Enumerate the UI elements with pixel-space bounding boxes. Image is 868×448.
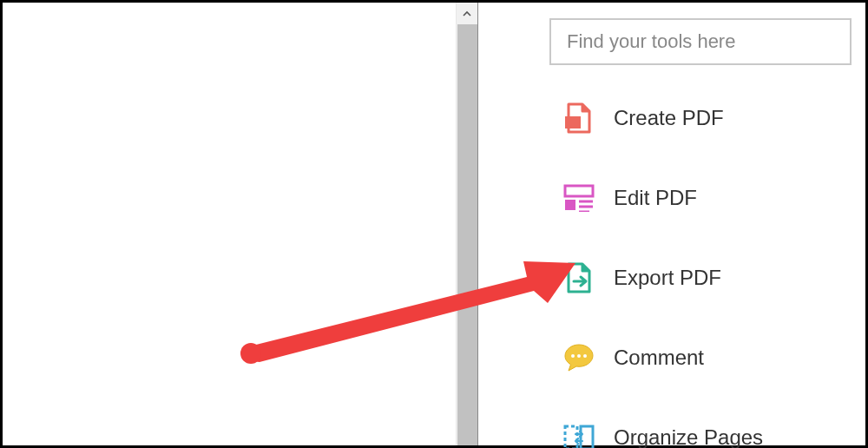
svg-rect-1 <box>565 186 593 196</box>
search-input[interactable] <box>549 18 852 65</box>
chevron-up-icon <box>463 10 471 18</box>
tools-panel: Create PDF Edit PDF <box>478 3 865 445</box>
tool-item-export-pdf[interactable]: Export PDF <box>563 255 846 300</box>
tool-item-comment[interactable]: Comment <box>563 335 846 380</box>
document-content-area <box>3 3 456 445</box>
scrollbar-up-button[interactable] <box>457 3 477 24</box>
svg-rect-0 <box>565 116 581 128</box>
create-pdf-icon <box>563 102 595 134</box>
svg-rect-2 <box>565 200 575 210</box>
tool-item-edit-pdf[interactable]: Edit PDF <box>563 175 846 221</box>
tools-list: Create PDF Edit PDF <box>563 96 846 448</box>
svg-rect-9 <box>565 426 577 448</box>
svg-point-8 <box>583 354 587 358</box>
scrollbar-thumb[interactable] <box>457 24 477 445</box>
svg-rect-10 <box>581 426 593 448</box>
svg-point-7 <box>577 354 581 358</box>
export-pdf-icon <box>563 262 595 293</box>
edit-pdf-icon <box>563 182 595 214</box>
tool-item-organize-pages[interactable]: Organize Pages <box>563 415 846 448</box>
tool-item-label: Edit PDF <box>614 186 697 210</box>
comment-icon <box>563 342 595 373</box>
svg-point-6 <box>571 354 575 358</box>
tool-item-label: Comment <box>614 346 704 370</box>
tool-item-label: Export PDF <box>614 266 721 290</box>
tool-item-create-pdf[interactable]: Create PDF <box>563 96 846 141</box>
tool-item-label: Organize Pages <box>614 425 763 448</box>
organize-pages-icon <box>563 422 595 448</box>
vertical-scrollbar[interactable] <box>456 3 478 445</box>
tool-item-label: Create PDF <box>614 106 724 130</box>
